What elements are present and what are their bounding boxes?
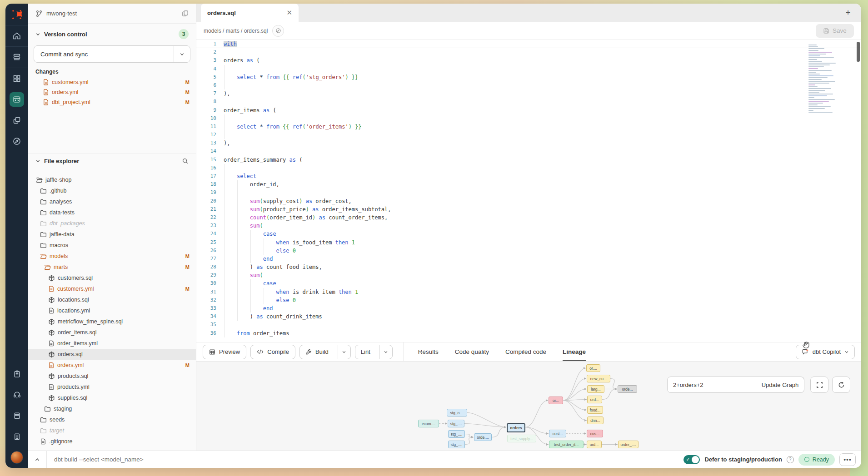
copy-icon[interactable] (182, 10, 189, 17)
search-icon[interactable] (182, 158, 189, 164)
tree-item-order-items-sql[interactable]: order_items.sql (28, 327, 196, 338)
code-line-21[interactable]: 21 sum(product_price) as order_items_sub… (196, 205, 861, 213)
lineage-node-drin[interactable]: drin... (587, 416, 604, 424)
open-in-explorer-icon[interactable] (272, 25, 284, 37)
code-line-26[interactable]: 26 else 0 (196, 247, 861, 255)
code-line-33[interactable]: 33 end (196, 304, 861, 312)
code-line-7[interactable]: 7), (196, 89, 861, 98)
tree-item-metricflow-time-spine-sql[interactable]: metricflow_time_spine.sql (28, 316, 196, 327)
lineage-node-or[interactable]: or... (549, 397, 563, 404)
build-options-chevron[interactable] (338, 345, 350, 359)
tree-item-orders-sql[interactable]: orders.sql (28, 349, 196, 360)
changed-file-row[interactable]: customers.ymlM (28, 77, 196, 87)
clipboard-icon[interactable] (5, 363, 28, 384)
compile-button[interactable]: Compile (250, 345, 295, 359)
lineage-node-cust[interactable]: cust... (549, 430, 566, 437)
lineage-node-ord[interactable]: ord... (587, 441, 602, 448)
tree-item-target[interactable]: target (28, 425, 196, 436)
code-line-35[interactable]: 35 (196, 321, 861, 329)
tree-item-seeds[interactable]: seeds (28, 414, 196, 425)
code-line-23[interactable]: 23 sum( (196, 222, 861, 230)
code-line-5[interactable]: 5 select * from {{ ref('stg_orders') }} (196, 73, 861, 81)
code-line-17[interactable]: 17 select (196, 172, 861, 180)
dbt-logo-icon[interactable] (5, 4, 28, 25)
defer-toggle[interactable]: ✓ (683, 455, 700, 464)
code-line-9[interactable]: 9order_items as ( (196, 106, 861, 114)
code-line-24[interactable]: 24 case (196, 230, 861, 238)
lineage-node-stg[interactable]: stg_.... (448, 441, 465, 448)
commit-and-sync-button[interactable]: Commit and sync (34, 45, 190, 63)
build-button[interactable]: Build (299, 345, 351, 359)
code-line-30[interactable]: 30 case (196, 279, 861, 288)
tab-code-quality[interactable]: Code quality (455, 342, 489, 362)
commit-options-chevron[interactable] (174, 46, 190, 62)
code-line-29[interactable]: 29 sum( (196, 271, 861, 279)
code-line-14[interactable]: 14 (196, 147, 861, 155)
code-line-13[interactable]: 13), (196, 139, 861, 147)
lint-options-chevron[interactable] (379, 345, 392, 359)
tab-results[interactable]: Results (418, 342, 439, 362)
code-line-16[interactable]: 16 (196, 164, 861, 172)
lineage-node-stg[interactable]: stg_.... (448, 420, 464, 427)
lineage-node-cus[interactable]: cus... (587, 430, 603, 437)
lineage-node-orde[interactable]: orde... (618, 385, 637, 393)
code-line-25[interactable]: 25 when is_food_item then 1 (196, 238, 861, 247)
tree-item-locations-yml[interactable]: locations.yml (28, 305, 196, 316)
code-line-3[interactable]: 3orders as ( (196, 56, 861, 64)
lint-button[interactable]: Lint (355, 345, 393, 359)
lineage-node-testorderit[interactable]: test_order_it... (549, 441, 584, 448)
code-line-22[interactable]: 22 count(order_item_id) as count_order_i… (196, 213, 861, 222)
tab-orders-sql[interactable]: orders.sql ✕ (201, 4, 299, 22)
dashboard-grid-icon[interactable] (5, 68, 28, 89)
lineage-node-testsupply[interactable]: test_supply... (507, 435, 536, 442)
lineage-node-food[interactable]: food... (587, 406, 603, 414)
more-options-button[interactable]: ••• (839, 453, 856, 466)
lineage-filter-input[interactable] (667, 377, 756, 393)
preview-button[interactable]: Preview (203, 345, 246, 359)
tab-compiled-code[interactable]: Compiled code (505, 342, 546, 362)
expand-command-bar-chevron[interactable] (28, 457, 46, 462)
user-avatar[interactable] (5, 447, 28, 468)
code-line-4[interactable]: 4 (196, 65, 861, 73)
tree-item--github[interactable]: .github (28, 185, 196, 196)
home-icon[interactable] (5, 25, 28, 46)
code-line-32[interactable]: 32 else 0 (196, 296, 861, 304)
tree-item-products-yml[interactable]: products.yml (28, 382, 196, 392)
code-line-12[interactable]: 12 (196, 131, 861, 139)
docs-icon[interactable] (5, 405, 28, 426)
file-explorer-header[interactable]: File explorer (28, 154, 196, 168)
tree-item-jaffle-shop[interactable]: jaffle-shop (28, 174, 196, 185)
tree-item-jaffle-data[interactable]: jaffle-data (28, 229, 196, 240)
code-line-34[interactable]: 34 ) as count_drink_items (196, 312, 861, 321)
tree-item-models[interactable]: modelsM (28, 251, 196, 262)
lineage-panel[interactable]: ecom....stg_o....stg_....stg_....stg_...… (196, 361, 861, 451)
code-editor[interactable]: 1with23orders as (45 select * from {{ re… (196, 40, 861, 342)
code-line-1[interactable]: 1with (196, 40, 861, 48)
tree-item-marts[interactable]: martsM (28, 262, 196, 273)
tree-item-staging[interactable]: staging (28, 403, 196, 414)
code-line-6[interactable]: 6 (196, 81, 861, 89)
minimap[interactable] (808, 45, 838, 129)
new-tab-button[interactable]: + (841, 6, 855, 19)
version-control-header[interactable]: Version control 3 (28, 27, 196, 41)
code-line-20[interactable]: 20 sum(supply_cost) as order_cost, (196, 197, 861, 205)
lineage-node-ecom[interactable]: ecom.... (418, 420, 439, 427)
lineage-node-newcu[interactable]: new_cu... (587, 375, 610, 382)
ide-editor-icon[interactable] (5, 89, 28, 110)
tree-item-order-items-yml[interactable]: order_items.yml (28, 338, 196, 349)
code-line-28[interactable]: 28 ) as count_food_items, (196, 263, 861, 271)
info-icon[interactable]: ? (787, 456, 794, 463)
lineage-node-stg[interactable]: stg_.... (448, 430, 465, 438)
code-line-18[interactable]: 18 order_id, (196, 180, 861, 188)
code-line-11[interactable]: 11 select * from {{ ref('order_items') }… (196, 123, 861, 131)
tree-item--gitignore[interactable]: .gitignore (28, 436, 196, 447)
tree-item-customers-yml[interactable]: customers.ymlM (28, 283, 196, 294)
tree-item-supplies-sql[interactable]: supplies.sql (28, 392, 196, 403)
explore-compass-icon[interactable] (5, 131, 28, 152)
tree-item-analyses[interactable]: analyses (28, 196, 196, 207)
lineage-node-larg[interactable]: larg... (587, 385, 604, 393)
deploy-jobs-icon[interactable] (5, 47, 28, 68)
changed-file-row[interactable]: orders.ymlM (28, 87, 196, 97)
code-line-19[interactable]: 19 (196, 188, 861, 197)
tree-item-products-sql[interactable]: products.sql (28, 371, 196, 382)
